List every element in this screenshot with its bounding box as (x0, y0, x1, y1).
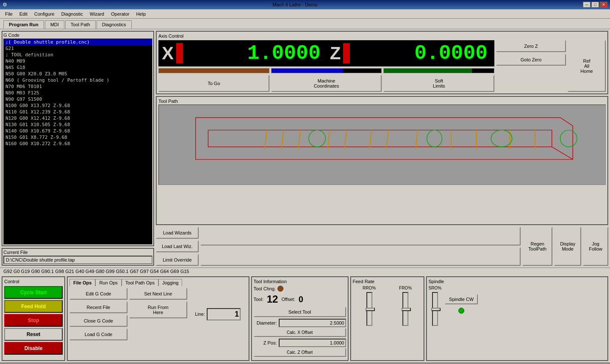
tab-diagnostics[interactable]: Diagnostics (97, 20, 132, 29)
tab-mdi[interactable]: MDI (45, 20, 64, 29)
bottom-section: Control Cycle Start Feed Hold Stop Reset… (0, 275, 610, 363)
jog-follow-button[interactable]: JogFollow (583, 227, 608, 266)
menu-diagnostic[interactable]: Diagnostic (58, 11, 86, 17)
disable-button[interactable]: Disable (4, 342, 63, 355)
ref-all-home-button[interactable]: RefAllHome (568, 40, 606, 92)
limit-override-button[interactable]: Limit Override (156, 254, 199, 266)
soft-limits-button[interactable]: SoftLimits (383, 75, 494, 92)
content-area: G Code ;( Double shuttle profile.cnc)G21… (0, 29, 610, 267)
toolpath-label: Tool Path (158, 99, 606, 104)
menu-file[interactable]: File (2, 11, 16, 17)
fop-tab-jogging[interactable]: Jogging (158, 279, 183, 286)
fro-slider-thumb[interactable] (402, 308, 411, 311)
menu-edit[interactable]: Edit (16, 11, 31, 17)
svg-rect-0 (183, 105, 581, 185)
stop-button[interactable]: Stop (4, 314, 63, 327)
tab-tool-path[interactable]: Tool Path (65, 20, 96, 29)
gcode-line-5[interactable]: N50 G00 X20.0 Z3.0 M05 (4, 71, 152, 77)
gcode-line-15[interactable]: N150 G01 X8.772 Z-9.68 (4, 134, 152, 141)
titlebar-icon: ⚙ (3, 2, 7, 8)
edit-gcode-button[interactable]: Edit G Code (69, 288, 128, 300)
gcode-line-0[interactable]: ;( Double shuttle profile.cnc) (4, 39, 152, 45)
set-next-line-button[interactable]: Set Next Line (129, 288, 187, 300)
gcode-list[interactable]: ;( Double shuttle profile.cnc)G21; TOOL … (3, 39, 152, 245)
diameter-input[interactable] (279, 319, 346, 327)
menu-configure[interactable]: Configure (31, 11, 58, 17)
zpos-row: Z Pos: (254, 339, 346, 347)
tool-chng-row: Tool Chng. (254, 286, 346, 292)
spindle-cw-button[interactable]: Spindle CW (445, 294, 478, 304)
rro-col: RRO% (363, 286, 376, 326)
gcode-line-13[interactable]: N130 G01 X10.505 Z-9.68 (4, 121, 152, 128)
gcode-line-1[interactable]: G21 (4, 45, 152, 52)
z-axis-value: 0.0000 (352, 42, 491, 65)
gcode-line-6[interactable]: N60 ( Grooving tool / Partoff blade ) (4, 77, 152, 83)
minimize-button[interactable]: ─ (583, 2, 591, 8)
tool-label: Tool: (254, 297, 263, 302)
feed-rate-label: Feed Rate (353, 279, 422, 284)
feed-hold-button[interactable]: Feed Hold (4, 300, 63, 313)
file-ops-line-area: Line: (189, 288, 247, 340)
titlebar: ⚙ Mach 4 Lathe - Demo ─ □ ✕ (0, 0, 610, 9)
feed-rate-panel: Feed Rate RRO% FRO% (350, 276, 424, 361)
axis-section: Axis Control X 1.0000 Z 0.0000 (156, 31, 608, 94)
fop-tab-tool-path-ops[interactable]: Tool Path Ops (122, 279, 158, 286)
goto-zero-button[interactable]: Goto Zero (496, 54, 566, 66)
spindle-content: SRO% Spindle CW (429, 286, 606, 326)
right-panel: Axis Control X 1.0000 Z 0.0000 (156, 31, 608, 266)
gcode-line-10[interactable]: N100 G00 X13.972 Z-9.68 (4, 102, 152, 109)
select-tool-button[interactable]: Select Tool (254, 307, 346, 317)
gcode-line-16[interactable]: N160 G00 X10.272 Z-9.68 (4, 141, 152, 147)
gcode-line-7[interactable]: N70 M06 T0101 (4, 83, 152, 90)
fro-slider[interactable] (402, 292, 408, 326)
rro-label: RRO% (363, 286, 376, 290)
sro-slider-thumb[interactable] (431, 308, 441, 311)
reset-button[interactable]: Reset (4, 328, 63, 341)
empty-button-2[interactable] (200, 247, 521, 266)
spindle-panel: Spindle SRO% Spindle CW (426, 276, 609, 361)
menu-operator[interactable]: Operator (108, 11, 133, 17)
fop-tab-run-ops[interactable]: Run Ops (95, 279, 121, 286)
rro-slider-thumb[interactable] (366, 308, 375, 311)
tool-info-label: Tool Information (254, 279, 346, 284)
toolpath-canvas (158, 105, 606, 185)
gcode-label: G Code (3, 33, 152, 38)
recent-file-button[interactable]: Recent File (69, 301, 128, 313)
empty-button-1[interactable] (200, 227, 521, 245)
load-wizards-button[interactable]: Load Wizards (156, 227, 199, 239)
tab-program-run[interactable]: Program Run (3, 20, 44, 29)
load-gcode-button[interactable]: Load G Code (69, 328, 128, 340)
close-button[interactable]: ✕ (600, 2, 607, 8)
rro-slider[interactable] (366, 292, 372, 326)
run-from-here-button[interactable]: Run FromHere (129, 301, 187, 318)
gcode-line-8[interactable]: N80 M03 F125 (4, 90, 152, 96)
gcode-line-2[interactable]: ; TOOL definition (4, 52, 152, 58)
gcode-line-12[interactable]: N120 G00 X12.412 Z-9.68 (4, 115, 152, 121)
load-last-wiz-button[interactable]: Load Last Wiz. (156, 240, 199, 252)
titlebar-controls: ─ □ ✕ (583, 2, 607, 8)
machine-coords-button[interactable]: MachineCoordinates (271, 75, 382, 92)
gcode-line-3[interactable]: N40 M09 (4, 58, 152, 64)
calc-z-offset-button[interactable]: Calc. Z Offset (254, 348, 346, 357)
maximize-button[interactable]: □ (591, 2, 599, 8)
progress-bar-3 (383, 68, 494, 73)
zero-z-button[interactable]: Zero Z (496, 40, 566, 52)
gcode-line-4[interactable]: N45 G18 (4, 64, 152, 71)
close-gcode-button[interactable]: Close G Code (69, 315, 128, 327)
zpos-input[interactable] (279, 339, 346, 347)
gcode-line-11[interactable]: N110 G01 X12.239 Z-9.68 (4, 109, 152, 115)
gcode-line-9[interactable]: N90 G97 S1500 (4, 96, 152, 102)
to-go-button[interactable]: To Go (158, 75, 269, 92)
menu-wizard[interactable]: Wizard (86, 11, 108, 17)
menu-help[interactable]: Help (133, 11, 149, 17)
spindle-label: Spindle (429, 279, 606, 284)
calc-x-offset-button[interactable]: Calc. X Offset (254, 328, 346, 337)
display-mode-button[interactable]: DisplayMode (554, 227, 581, 266)
line-input[interactable] (207, 308, 241, 320)
regen-toolpath-button[interactable]: RegenToolPath (522, 227, 552, 266)
gcode-status-line: G92 G0 G19 G90 G90.1 G98 G21 G40 G49 G80… (0, 267, 610, 275)
fop-tab-file-ops[interactable]: File Ops (69, 279, 95, 286)
sro-slider[interactable] (432, 292, 438, 326)
gcode-line-14[interactable]: N140 G00 X10.679 Z-9.68 (4, 128, 152, 134)
cycle-start-button[interactable]: Cycle Start (4, 286, 63, 299)
